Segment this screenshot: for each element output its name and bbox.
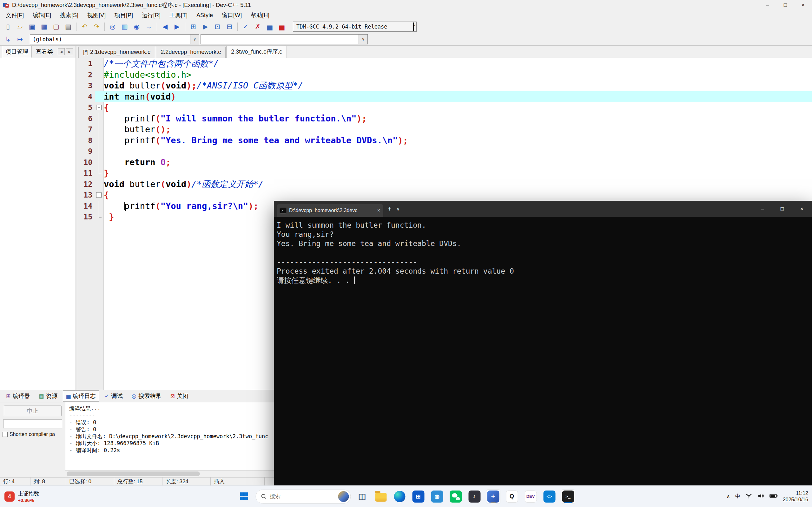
minimize-button[interactable]: – [759, 0, 776, 10]
terminal-tab[interactable]: >_ D:\devcpp_homework\2.3devc × [277, 204, 383, 217]
replace-button[interactable]: ◉ [131, 21, 143, 32]
menu-search[interactable]: 搜索[S] [55, 10, 83, 20]
start-button[interactable] [237, 489, 251, 504]
scrollbar-thumb[interactable] [67, 471, 200, 476]
file-explorer[interactable] [373, 489, 388, 504]
wifi-icon[interactable] [745, 493, 752, 500]
task-view[interactable]: ◫ [355, 489, 369, 504]
code-line[interactable]: 7 butler(); [77, 124, 812, 135]
collapse-icon[interactable]: − [96, 192, 102, 198]
menu-edit[interactable]: 编辑[E] [28, 10, 55, 20]
menu-tools[interactable]: 工具[T] [165, 10, 192, 20]
collapse-icon[interactable]: − [96, 105, 102, 110]
edge-browser[interactable] [392, 489, 407, 504]
code-line[interactable]: 11} [77, 168, 812, 179]
battery-icon[interactable] [769, 493, 778, 500]
terminal-minimize-button[interactable]: – [753, 201, 772, 217]
editor-tab-3[interactable]: 2.3two_func.c程序.c [226, 46, 287, 58]
pinned-app[interactable]: ◍ [429, 489, 444, 504]
compile-button[interactable]: ⊞ [187, 21, 199, 32]
code-line[interactable]: 3void butler(void);/*ANSI/ISO C函数原型*/ [77, 80, 812, 91]
tab-debug[interactable]: ✓调试 [101, 390, 126, 402]
tab-dropdown-button[interactable]: ∨ [397, 207, 400, 212]
qq[interactable]: Q [505, 489, 519, 504]
globals-scope-select[interactable]: (globals) ∨ [30, 34, 199, 44]
tab-search-results[interactable]: ◎搜索结果 [128, 390, 165, 402]
project-manager-panel[interactable] [0, 58, 75, 390]
compile-and-run-button[interactable]: ⊡ [211, 21, 223, 32]
code-line[interactable]: 12void butler(void)/*函数定义开始*/ [77, 179, 812, 190]
scroll-left-icon[interactable]: ◀ [58, 48, 65, 55]
search-highlight-image[interactable] [338, 491, 349, 502]
print-button[interactable]: ▤ [62, 21, 74, 32]
vscode[interactable]: <> [542, 489, 557, 504]
terminal-maximize-button[interactable]: □ [772, 201, 792, 217]
tab-compile-log[interactable]: ▅编译日志 [63, 390, 99, 402]
code-line[interactable]: 5−{ [77, 102, 812, 113]
terminal-titlebar[interactable]: >_ D:\devcpp_homework\2.3devc × + ∨ – □ … [274, 201, 812, 217]
wechat[interactable] [448, 489, 463, 504]
editor-tab-1[interactable]: [*] 2.1devcpp_homework.c [79, 47, 155, 58]
rebuild-all-button[interactable]: ⊟ [223, 21, 236, 32]
tray-chevron-up-icon[interactable]: ∧ [726, 493, 730, 499]
music-app[interactable]: ♪ [467, 489, 482, 504]
find-button[interactable]: ◎ [107, 21, 119, 32]
close-button[interactable]: × [794, 0, 812, 10]
redo-button[interactable]: ↷ [91, 21, 102, 32]
code-line[interactable]: 13−{ [77, 189, 812, 201]
save-file-button[interactable]: ▣ [26, 21, 38, 32]
tab-close-icon[interactable]: × [377, 208, 380, 213]
abort-compile-button[interactable]: ✗ [252, 21, 264, 32]
windows-terminal[interactable]: >_ [561, 489, 575, 504]
delete-profiling-button[interactable]: ▅ [276, 21, 288, 32]
new-file-button[interactable]: ▯ [2, 21, 14, 32]
abort-button[interactable]: 中止 [4, 405, 61, 416]
undo-button[interactable]: ↶ [79, 21, 91, 32]
code-line[interactable]: 1/*一个文件中包含两个函数*/ [77, 58, 812, 69]
chevron-down-icon[interactable]: ∨ [359, 35, 367, 44]
back-button[interactable]: ◀ [159, 21, 171, 32]
syntax-check-button[interactable]: ✓ [240, 21, 252, 32]
widgets-button[interactable]: 4 上证指数 +0.36% [4, 486, 39, 507]
maximize-button[interactable]: □ [776, 0, 794, 10]
new-tab-button[interactable]: + [388, 206, 392, 213]
clock[interactable]: 11:12 2025/10/16 [783, 490, 808, 503]
find-in-files-button[interactable]: ▥ [119, 21, 131, 32]
menu-view[interactable]: 视图[V] [83, 10, 110, 20]
menu-astyle[interactable]: AStyle [192, 11, 217, 20]
microsoft-store[interactable]: ⊞ [411, 489, 425, 504]
close-file-button[interactable]: ▢ [50, 21, 62, 32]
tab-compiler[interactable]: ⊞编译器 [3, 390, 33, 402]
window-titlebar[interactable]: D:\devcpp_homework\2.3devcpp_homework\2.… [0, 0, 812, 10]
tab-close-panel[interactable]: ⊠关闭 [166, 390, 192, 402]
tab-resources[interactable]: ▦资源 [35, 390, 61, 402]
editor-tab-2[interactable]: 2.2devcpp_homework.c [156, 47, 225, 58]
open-file-button[interactable]: ▱ [14, 21, 26, 32]
scroll-right-icon[interactable]: ▶ [66, 48, 73, 55]
volume-icon[interactable] [757, 493, 764, 500]
code-line[interactable]: 4int main(void) [77, 91, 812, 102]
tab-project-manager[interactable]: 项目管理 [2, 46, 32, 58]
terminal-window[interactable]: >_ D:\devcpp_homework\2.3devc × + ∨ – □ … [274, 201, 812, 486]
menu-window[interactable]: 窗口[W] [217, 10, 246, 20]
goto-line-button[interactable]: → [143, 21, 155, 32]
terminal-output[interactable]: I will summon the butler function.You ra… [274, 217, 812, 485]
menu-project[interactable]: 项目[P] [110, 10, 137, 20]
search-input[interactable]: 搜索 [255, 490, 351, 504]
devcpp-running[interactable]: + [486, 489, 500, 504]
menu-file[interactable]: 文件[F] [1, 10, 28, 20]
ime-indicator[interactable]: 中 [735, 493, 740, 500]
menu-run[interactable]: 运行[R] [137, 10, 165, 20]
save-all-button[interactable]: ▦ [38, 21, 50, 32]
forward-button[interactable]: ▶ [171, 21, 183, 32]
code-line[interactable]: 2#include<stdio.h> [77, 69, 812, 80]
code-line[interactable]: 6 printf("I will summon the butler funct… [77, 113, 812, 124]
member-select[interactable]: ∨ [201, 34, 368, 44]
terminal-close-button[interactable]: × [792, 201, 812, 217]
menu-help[interactable]: 帮助[H] [246, 10, 274, 20]
fold-toggle[interactable]: − [95, 189, 104, 201]
tab-class-viewer[interactable]: 查看类 [32, 46, 56, 58]
shorten-paths-option[interactable]: Shorten compiler pa [3, 432, 63, 437]
profile-button[interactable]: ▅ [264, 21, 276, 32]
chevron-down-icon[interactable]: ∨ [190, 35, 199, 44]
